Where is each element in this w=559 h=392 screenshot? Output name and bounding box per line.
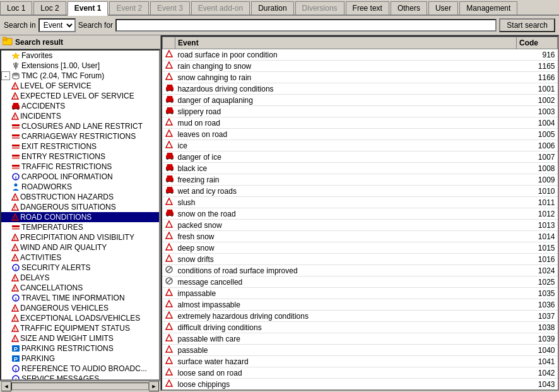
table-row[interactable]: extremely hazardous driving conditions 1… bbox=[163, 311, 558, 322]
tree-item-security[interactable]: i SECURITY ALERTS bbox=[1, 263, 159, 273]
tree-item-dangerous-vehicles[interactable]: ! DANGEROUS VEHICLES bbox=[1, 303, 159, 313]
table-row[interactable]: loose chippings 1043 bbox=[163, 379, 558, 390]
tab-management[interactable]: Management bbox=[459, 1, 517, 15]
row-icon-cell bbox=[163, 129, 175, 140]
row-code: 1165 bbox=[517, 61, 558, 72]
tree-item-wind-air[interactable]: ! WIND AND AIR QUALITY bbox=[1, 242, 159, 252]
tree-item-exit-restrictions[interactable]: EXIT RESTRICTIONS bbox=[1, 141, 159, 151]
row-event: ice bbox=[175, 140, 517, 151]
row-code: 1042 bbox=[517, 367, 558, 379]
info-icon: i bbox=[11, 173, 20, 181]
search-for-input[interactable] bbox=[115, 19, 497, 32]
table-row[interactable]: snow on the road 1012 bbox=[163, 208, 558, 220]
table-row[interactable]: freezing rain 1009 bbox=[163, 174, 558, 186]
table-row[interactable]: fresh snow 1014 bbox=[163, 231, 558, 242]
table-row[interactable]: hazardous driving conditions 1001 bbox=[163, 83, 558, 95]
search-in-select[interactable]: EventCode bbox=[38, 18, 76, 32]
horizontal-scrollbar[interactable] bbox=[11, 383, 149, 390]
tree-item-cancellations[interactable]: ! CANCELLATIONS bbox=[1, 283, 159, 293]
tree-item-carriageway[interactable]: CARRIAGEWAY RESTRICTIONS bbox=[1, 131, 159, 141]
table-row[interactable]: almost impassable 1036 bbox=[163, 299, 558, 311]
col-icon bbox=[163, 37, 175, 49]
tree-item-parking[interactable]: P PARKING bbox=[1, 353, 159, 364]
table-row[interactable]: passable 1040 bbox=[163, 345, 558, 356]
tree-item-obstruction[interactable]: ! OBSTRUCTION HAZARDS bbox=[1, 192, 159, 202]
table-row[interactable]: snow drifts 1016 bbox=[163, 254, 558, 265]
row-icon bbox=[165, 255, 173, 264]
row-event: loose sand on road bbox=[175, 367, 517, 379]
table-row[interactable]: passable with care 1039 bbox=[163, 333, 558, 345]
tree-item-entry-restrictions[interactable]: ENTRY RESTRICTIONS bbox=[1, 151, 159, 162]
tree-item-temperatures[interactable]: TEMPERATURES bbox=[1, 222, 159, 232]
tab-loc-1[interactable]: Loc 1 bbox=[0, 1, 32, 15]
table-row[interactable]: slush 1011 bbox=[163, 197, 558, 208]
table-row[interactable]: danger of aquaplaning 1002 bbox=[163, 95, 558, 106]
tree-item-tmc[interactable]: - TMC (2.04, TMC Forum) bbox=[1, 71, 159, 81]
tree-item-size-weight[interactable]: ! SIZE AND WEIGHT LIMITS bbox=[1, 333, 159, 343]
tree-item-label: Favorites bbox=[21, 51, 52, 60]
table-row[interactable]: surface water hazard 1041 bbox=[163, 356, 558, 367]
tree-item-precipitation[interactable]: ! PRECIPITATION AND VISIBILITY bbox=[1, 232, 159, 242]
table-row[interactable]: leaves on road 1005 bbox=[163, 129, 558, 140]
table-row[interactable]: ice 1006 bbox=[163, 140, 558, 151]
tab-others[interactable]: Others bbox=[391, 1, 427, 15]
table-row[interactable]: danger of ice 1007 bbox=[163, 151, 558, 163]
tree-item-level-of-service[interactable]: ! LEVEL OF SERVICE bbox=[1, 81, 159, 91]
tree-item-exceptional-loads[interactable]: ! EXCEPTIONAL LOADS/VEHICLES bbox=[1, 313, 159, 323]
tree-item-activities[interactable]: ! ACTIVITIES bbox=[1, 252, 159, 263]
row-code: 1166 bbox=[517, 72, 558, 83]
scroll-left-button[interactable]: ◄ bbox=[1, 381, 11, 391]
tree-item-extensions[interactable]: Extensions [1.00, User] bbox=[1, 61, 159, 71]
tree-item-delays[interactable]: ! DELAYS bbox=[1, 273, 159, 283]
table-row[interactable]: loose sand on road 1042 bbox=[163, 367, 558, 379]
table-row[interactable]: black ice 1008 bbox=[163, 163, 558, 174]
table-row[interactable]: deep snow 1015 bbox=[163, 242, 558, 254]
tab-user[interactable]: User bbox=[428, 1, 458, 15]
svg-rect-8 bbox=[18, 63, 18, 65]
tree-item-road-conditions[interactable]: ! ROAD CONDITIONS bbox=[1, 212, 159, 222]
svg-marker-119 bbox=[166, 289, 172, 295]
tree-item-parking-restrictions[interactable]: P PARKING RESTRICTIONS bbox=[1, 343, 159, 353]
tab-duration[interactable]: Duration bbox=[251, 1, 293, 15]
table-row[interactable]: rain changing to snow 1165 bbox=[163, 61, 558, 72]
table-row[interactable]: impassable 1035 bbox=[163, 288, 558, 299]
table-row[interactable]: road surface in poor condition 916 bbox=[163, 49, 558, 61]
tree-item-audio-broadcast[interactable]: i REFERENCE TO AUDIO BROADC... bbox=[1, 364, 159, 374]
tree-item-traffic-restrictions[interactable]: TRAFFIC RESTRICTIONS bbox=[1, 162, 159, 172]
info-icon: i bbox=[11, 264, 20, 271]
svg-rect-41 bbox=[12, 228, 20, 230]
tree-item-closures[interactable]: CLOSURES AND LANE RESTRICT bbox=[1, 121, 159, 131]
tab-free-text[interactable]: Free text bbox=[346, 1, 389, 15]
table-row[interactable]: wet and icy roads 1010 bbox=[163, 186, 558, 197]
tree-item-carpool[interactable]: i CARPOOL INFORMATION bbox=[1, 172, 159, 182]
table-row[interactable]: slippery road 1003 bbox=[163, 106, 558, 117]
tree-item-dangerous[interactable]: ! DANGEROUS SITUATIONS bbox=[1, 202, 159, 212]
expand-btn-tmc[interactable]: - bbox=[1, 71, 10, 80]
table-row[interactable]: difficult driving conditions 1038 bbox=[163, 322, 558, 333]
svg-text:P: P bbox=[14, 356, 18, 362]
tree-item-expected-level-of-service[interactable]: ! EXPECTED LEVEL OF SERVICE bbox=[1, 91, 159, 101]
tree-item-service-messages[interactable]: i SERVICE MESSAGES bbox=[1, 374, 159, 381]
tree-item-favorites[interactable]: Favorites bbox=[1, 50, 159, 61]
tree-item-roadworks[interactable]: ROADWORKS bbox=[1, 182, 159, 192]
col-code[interactable]: Code bbox=[517, 37, 558, 49]
start-search-button[interactable]: Start search bbox=[499, 18, 555, 32]
table-row[interactable]: mud on road 1004 bbox=[163, 117, 558, 129]
svg-point-18 bbox=[17, 108, 19, 110]
col-event[interactable]: Event bbox=[175, 37, 517, 49]
table-row[interactable]: snow cahnging to rain 1166 bbox=[163, 72, 558, 83]
table-row[interactable]: packed snow 1013 bbox=[163, 220, 558, 231]
info-icon: i bbox=[11, 294, 20, 302]
table-row[interactable]: oil on road 1044 bbox=[163, 390, 558, 391]
table-row[interactable]: message cancelled 1025 bbox=[163, 276, 558, 288]
tab-event-1[interactable]: Event 1 bbox=[68, 1, 109, 16]
tree-item-incidents[interactable]: ! INCIDENTS bbox=[1, 111, 159, 121]
tree-container[interactable]: Favorites Extensions [1.00, User]- TMC (… bbox=[0, 49, 160, 381]
event-table-container[interactable]: Event Code road surface in poor conditio… bbox=[161, 35, 559, 391]
tree-item-accidents[interactable]: ACCIDENTS bbox=[1, 101, 159, 111]
tab-loc-2[interactable]: Loc 2 bbox=[33, 1, 66, 15]
tree-item-traffic-equipment[interactable]: ! TRAFFIC EQUIPMENT STATUS bbox=[1, 323, 159, 333]
tree-item-travel-time[interactable]: i TRAVEL TIME INFORMATION bbox=[1, 293, 159, 303]
table-row[interactable]: conditions of road surface improved 1024 bbox=[163, 265, 558, 276]
scroll-right-button[interactable]: ► bbox=[149, 381, 159, 391]
